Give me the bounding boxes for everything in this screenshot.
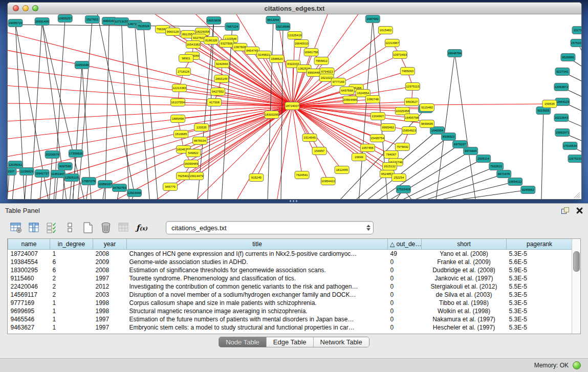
graph-node[interactable]: 7955812 <box>314 57 329 65</box>
table-cell[interactable]: 5.9E-5 <box>507 266 573 274</box>
graph-node[interactable]: 9227341 <box>555 68 570 76</box>
show-columns-icon[interactable] <box>27 221 41 234</box>
table-cell[interactable]: Corpus callosum shape and size in male p… <box>127 299 388 307</box>
graph-node[interactable]: 11451947 <box>51 170 65 178</box>
graph-node[interactable]: 12505115 <box>64 174 79 182</box>
graph-node[interactable]: 8995492 <box>381 124 395 132</box>
table-row[interactable]: 946362711997Embryonic stem cells: a mode… <box>8 323 573 332</box>
table-cell[interactable]: 9699695 <box>8 307 50 315</box>
resize-grip-icon[interactable] <box>574 192 580 198</box>
function-builder-icon[interactable]: ƒ(x) <box>135 221 149 234</box>
graph-node[interactable]: 2935114 <box>476 155 491 163</box>
panel-splitter[interactable] <box>287 200 300 203</box>
graph-node[interactable]: 12213383 <box>172 84 187 92</box>
table-cell[interactable]: 1 <box>50 307 93 315</box>
graph-node[interactable]: 945779 <box>163 183 178 191</box>
column-header-2[interactable]: year <box>93 239 127 250</box>
graph-node[interactable]: 24055723 <box>8 19 23 27</box>
tab-edge-table[interactable]: Edge Table <box>267 337 314 347</box>
table-cell[interactable]: 18300295 <box>8 266 50 274</box>
table-cell[interactable]: 2 <box>50 282 93 291</box>
column-header-6[interactable]: pagerank <box>507 239 573 250</box>
graph-node[interactable]: 7975692 <box>395 143 409 151</box>
graph-node[interactable]: 20691406 <box>35 18 49 26</box>
table-cell[interactable]: Nakamura et al. (1997) <box>422 315 507 323</box>
graph-node[interactable]: 9699695 <box>420 120 434 128</box>
table-cell[interactable]: 18724007 <box>8 250 50 258</box>
table-cell[interactable]: 9463627 <box>8 323 50 332</box>
graph-node[interactable]: 9115460 <box>420 104 434 112</box>
table-selector[interactable]: citations_edges.txt <box>166 221 374 234</box>
table-cell[interactable]: 2 <box>50 291 93 299</box>
graph-node[interactable]: 915245 <box>249 174 264 182</box>
table-cell[interactable]: 0 <box>388 315 422 323</box>
graph-node[interactable]: 9242844 <box>215 60 229 68</box>
table-cell[interactable]: 1998 <box>93 299 127 307</box>
table-cell[interactable]: 1997 <box>93 274 127 282</box>
graph-node[interactable]: 7932621 <box>489 163 504 170</box>
table-cell[interactable]: Stergiakouli et al. (2012) <box>422 282 507 291</box>
import-table-icon[interactable] <box>117 221 131 234</box>
graph-node[interactable]: 16543382 <box>186 41 201 49</box>
graph-node[interactable]: 16053809 <box>207 17 221 25</box>
table-row[interactable]: 1938455462009Genome-wide association stu… <box>8 258 573 266</box>
graph-node[interactable]: 9474444 <box>464 147 478 155</box>
graph-node[interactable]: 1812455 <box>335 166 349 174</box>
table-cell[interactable]: 49 <box>388 250 422 258</box>
graph-node[interactable]: 16849 <box>352 154 366 161</box>
graph-node[interactable]: 1516685 <box>174 130 188 138</box>
graph-node[interactable]: 9097588 <box>58 163 72 170</box>
close-window-icon[interactable] <box>13 5 19 11</box>
table-cell[interactable]: Tibbo et al. (1998) <box>422 299 507 307</box>
graph-node[interactable]: 8938923 <box>442 133 456 141</box>
graph-node[interactable]: 10210643 <box>554 114 569 122</box>
graph-node[interactable]: 19942737 <box>35 170 49 178</box>
table-cell[interactable]: 0 <box>388 282 422 291</box>
graph-node[interactable]: 12444129 <box>555 98 570 106</box>
graph-node[interactable]: 10973493 <box>393 51 407 59</box>
table-cell[interactable]: 5.3E-5 <box>507 250 573 258</box>
table-cell[interactable]: Estimation of the future numbers of pati… <box>127 315 388 323</box>
graph-node[interactable]: 16099489 <box>184 160 199 168</box>
table-cell[interactable]: 1997 <box>93 315 127 323</box>
graph-node[interactable]: 549822 <box>186 149 201 157</box>
graph-node[interactable]: 7857224 <box>225 23 239 31</box>
graph-node[interactable]: 784067 <box>384 151 398 159</box>
table-cell[interactable]: 5.3E-5 <box>507 291 573 299</box>
graph-node[interactable]: 9146821 <box>257 51 271 59</box>
graph-node[interactable]: 16640910 <box>294 40 309 48</box>
table-cell[interactable]: 19384554 <box>8 258 50 266</box>
table-cell[interactable]: 0 <box>388 274 422 282</box>
table-cell[interactable]: 1998 <box>93 307 127 315</box>
table-cell[interactable]: Embryonic stem cells: a model to study s… <box>127 323 388 332</box>
graph-node[interactable]: 7624541 <box>295 171 309 179</box>
table-cell[interactable]: 2009 <box>93 258 127 266</box>
table-header-row[interactable]: namein_degreeyeartitle△ out_de…shortpage… <box>8 239 573 250</box>
graph-node[interactable]: 252254 <box>391 174 406 182</box>
table-cell[interactable]: 22420046 <box>8 282 50 291</box>
graph-node[interactable]: 1117304 <box>572 27 581 34</box>
graph-node[interactable]: 16648784 <box>448 50 462 57</box>
graph-node[interactable]: 417008 <box>207 99 222 106</box>
column-header-1[interactable]: in_degree <box>50 239 93 250</box>
close-panel-icon[interactable] <box>576 207 583 214</box>
table-row[interactable]: 1456911722003Disruption of a novel membe… <box>8 291 573 299</box>
graph-node[interactable]: 20564486 <box>343 96 357 104</box>
graph-node[interactable]: 2087682 <box>365 15 380 23</box>
graph-node[interactable]: 7625402 <box>177 172 191 180</box>
graph-node[interactable]: 17533426 <box>396 186 410 193</box>
graph-node[interactable]: 9660128 <box>166 28 180 36</box>
table-cell[interactable]: 9465546 <box>8 315 50 323</box>
table-cell[interactable]: 0 <box>388 299 422 307</box>
network-graph[interactable]: 2405572320691406106552571527602846616010… <box>8 14 581 199</box>
graph-node[interactable]: 17957279 <box>81 178 96 185</box>
graph-node[interactable]: 9463627 <box>404 98 419 106</box>
graph-node[interactable]: 1057456 <box>360 144 375 152</box>
graph-node[interactable]: 19218586 <box>276 23 290 31</box>
table-cell[interactable]: Dudbridge et al. (2008) <box>422 266 507 274</box>
table-cell[interactable]: 1 <box>50 250 93 258</box>
graph-node[interactable]: 7485063 <box>400 68 415 75</box>
table-cell[interactable]: Estimation of significance thresholds fo… <box>127 266 388 274</box>
graph-node[interactable]: 8878334 <box>193 137 207 145</box>
graph-node[interactable]: 1588520 <box>270 55 284 63</box>
